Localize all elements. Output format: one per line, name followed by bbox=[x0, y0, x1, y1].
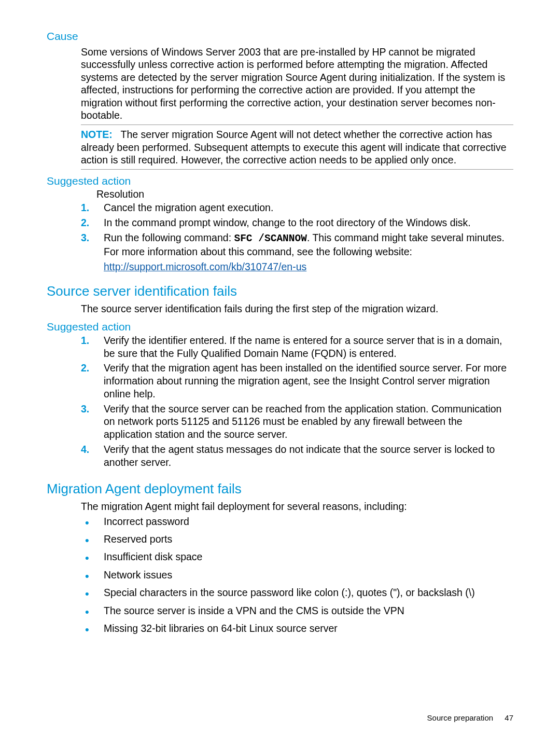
list-item: Missing 32-bit libraries on 64-bit Linux… bbox=[81, 622, 513, 640]
deploy-intro: The migration Agent might fail deploymen… bbox=[81, 500, 513, 513]
list-item: Reserved ports bbox=[81, 533, 513, 550]
list-item: Verify that the source server can be rea… bbox=[81, 403, 513, 443]
footer-page-number: 47 bbox=[505, 713, 513, 722]
heading-cause: Cause bbox=[47, 30, 513, 43]
microsoft-kb-link[interactable]: http://support.microsoft.com/kb/310747/e… bbox=[104, 261, 306, 272]
list-item: Special characters in the source passwor… bbox=[81, 586, 513, 604]
list-item: The source server is inside a VPN and th… bbox=[81, 604, 513, 622]
resolution-steps-1: Cancel the migration agent execution. In… bbox=[81, 201, 513, 260]
heading-suggested-action-1: Suggested action bbox=[47, 175, 513, 187]
list-item: In the command prompt window, change to … bbox=[81, 216, 513, 231]
list-item: Insufficient disk space bbox=[81, 550, 513, 568]
resolution-label: Resolution bbox=[96, 188, 513, 200]
note-label: NOTE: bbox=[81, 129, 113, 140]
list-item: Cancel the migration agent execution. bbox=[81, 201, 513, 216]
suggested-steps-2: Verify the identifier entered. If the na… bbox=[81, 334, 513, 471]
list-item: Network issues bbox=[81, 569, 513, 586]
note-block: NOTE: The server migration Source Agent … bbox=[81, 125, 513, 170]
list-item: Incorrect password bbox=[81, 515, 513, 533]
source-id-intro: The source server identification fails d… bbox=[81, 302, 513, 315]
heading-suggested-action-2: Suggested action bbox=[47, 321, 513, 333]
list-item: Verify the identifier entered. If the na… bbox=[81, 334, 513, 362]
footer-section: Source preparation bbox=[427, 713, 494, 722]
cause-body: Some versions of Windows Server 2003 tha… bbox=[81, 46, 513, 121]
list-item: Run the following command: SFC /SCANNOW.… bbox=[81, 231, 513, 260]
list-item: Verify that the agent status messages do… bbox=[81, 443, 513, 471]
deploy-reasons: Incorrect password Reserved ports Insuff… bbox=[81, 515, 513, 640]
step3-code: SFC /SCANNOW bbox=[234, 233, 306, 244]
list-item: Verify that the migration agent has been… bbox=[81, 362, 513, 402]
heading-source-id-fails: Source server identification fails bbox=[47, 283, 513, 299]
note-body: The server migration Source Agent will n… bbox=[81, 129, 507, 165]
step3-before: Run the following command: bbox=[104, 232, 234, 243]
page-footer: Source preparation 47 bbox=[427, 713, 513, 722]
heading-migration-agent-fails: Migration Agent deployment fails bbox=[47, 481, 513, 497]
